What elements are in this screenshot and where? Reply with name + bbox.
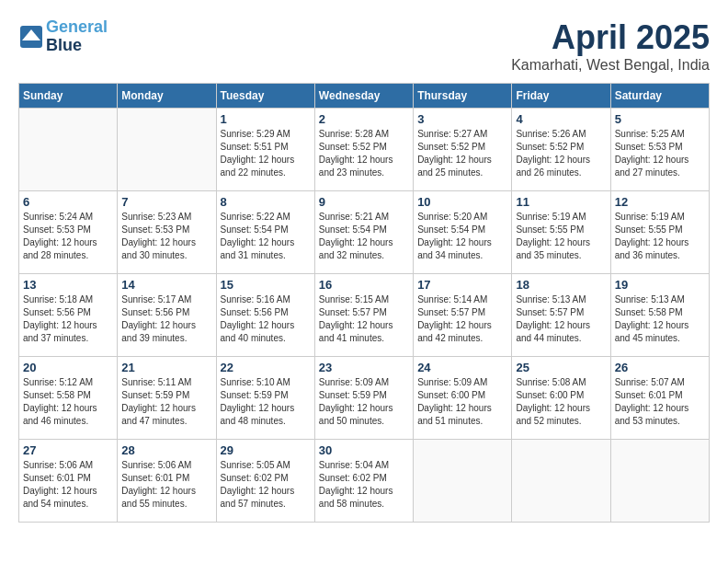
day-detail: Sunrise: 5:17 AMSunset: 5:56 PMDaylight:… [121, 293, 211, 345]
calendar-cell: 29 Sunrise: 5:05 AMSunset: 6:02 PMDaylig… [216, 440, 314, 523]
calendar-cell: 24 Sunrise: 5:09 AMSunset: 6:00 PMDaylig… [414, 357, 512, 440]
day-detail: Sunrise: 5:09 AMSunset: 6:00 PMDaylight:… [417, 376, 507, 428]
day-number: 22 [221, 361, 311, 374]
calendar-cell: 6 Sunrise: 5:24 AMSunset: 5:53 PMDayligh… [19, 191, 118, 274]
day-number: 3 [417, 112, 507, 126]
month-title: April 2025 [511, 18, 710, 57]
calendar-cell [414, 440, 512, 523]
day-number: 15 [221, 278, 311, 292]
calendar-cell: 13 Sunrise: 5:18 AMSunset: 5:56 PMDaylig… [19, 274, 118, 357]
day-detail: Sunrise: 5:12 AMSunset: 5:58 PMDaylight:… [23, 376, 113, 428]
calendar-cell: 21 Sunrise: 5:11 AMSunset: 5:59 PMDaylig… [118, 357, 216, 440]
day-detail: Sunrise: 5:09 AMSunset: 5:59 PMDaylight:… [319, 376, 409, 428]
day-number: 2 [319, 112, 409, 126]
logo: General Blue [18, 18, 108, 55]
day-number: 13 [23, 278, 113, 292]
calendar-cell: 20 Sunrise: 5:12 AMSunset: 5:58 PMDaylig… [19, 357, 118, 440]
day-number: 19 [615, 278, 705, 292]
day-detail: Sunrise: 5:08 AMSunset: 6:00 PMDaylight:… [516, 376, 606, 428]
calendar-week-row: 20 Sunrise: 5:12 AMSunset: 5:58 PMDaylig… [19, 357, 710, 440]
logo-icon [18, 24, 44, 50]
day-number: 23 [319, 361, 409, 374]
weekday-header: Tuesday [216, 84, 314, 109]
day-detail: Sunrise: 5:18 AMSunset: 5:56 PMDaylight:… [23, 293, 113, 345]
calendar-week-row: 6 Sunrise: 5:24 AMSunset: 5:53 PMDayligh… [19, 191, 710, 274]
calendar-cell: 19 Sunrise: 5:13 AMSunset: 5:58 PMDaylig… [610, 274, 709, 357]
weekday-header: Friday [512, 84, 610, 109]
calendar-cell: 30 Sunrise: 5:04 AMSunset: 6:02 PMDaylig… [314, 440, 413, 523]
weekday-header: Sunday [19, 84, 118, 109]
day-number: 7 [121, 195, 211, 209]
day-detail: Sunrise: 5:28 AMSunset: 5:52 PMDaylight:… [319, 128, 409, 179]
calendar-header-row: SundayMondayTuesdayWednesdayThursdayFrid… [19, 84, 710, 109]
title-area: April 2025 Kamarhati, West Bengal, India [511, 18, 710, 74]
calendar-cell: 5 Sunrise: 5:25 AMSunset: 5:53 PMDayligh… [610, 109, 709, 191]
day-number: 6 [23, 195, 113, 209]
day-number: 4 [516, 112, 606, 126]
day-number: 29 [221, 443, 311, 457]
day-detail: Sunrise: 5:13 AMSunset: 5:57 PMDaylight:… [516, 293, 606, 345]
day-detail: Sunrise: 5:15 AMSunset: 5:57 PMDaylight:… [319, 293, 409, 345]
day-number: 21 [121, 361, 211, 374]
calendar-week-row: 27 Sunrise: 5:06 AMSunset: 6:01 PMDaylig… [19, 440, 710, 523]
weekday-header: Thursday [414, 84, 512, 109]
calendar-cell: 9 Sunrise: 5:21 AMSunset: 5:54 PMDayligh… [314, 191, 413, 274]
weekday-header: Monday [118, 84, 216, 109]
day-number: 18 [516, 278, 606, 292]
logo-text: General Blue [46, 18, 108, 55]
day-detail: Sunrise: 5:10 AMSunset: 5:59 PMDaylight:… [221, 376, 311, 428]
calendar-cell: 14 Sunrise: 5:17 AMSunset: 5:56 PMDaylig… [118, 274, 216, 357]
day-detail: Sunrise: 5:29 AMSunset: 5:51 PMDaylight:… [221, 128, 311, 179]
weekday-header: Wednesday [314, 84, 413, 109]
day-detail: Sunrise: 5:07 AMSunset: 6:01 PMDaylight:… [615, 376, 705, 428]
day-number: 28 [121, 443, 211, 457]
calendar-cell [118, 109, 216, 191]
day-detail: Sunrise: 5:22 AMSunset: 5:54 PMDaylight:… [221, 211, 311, 262]
day-detail: Sunrise: 5:06 AMSunset: 6:01 PMDaylight:… [121, 459, 211, 511]
day-detail: Sunrise: 5:27 AMSunset: 5:52 PMDaylight:… [417, 128, 507, 179]
calendar-cell: 25 Sunrise: 5:08 AMSunset: 6:00 PMDaylig… [512, 357, 610, 440]
day-number: 14 [121, 278, 211, 292]
day-detail: Sunrise: 5:21 AMSunset: 5:54 PMDaylight:… [319, 211, 409, 262]
calendar-table: SundayMondayTuesdayWednesdayThursdayFrid… [18, 83, 710, 523]
calendar-cell [19, 109, 118, 191]
calendar-cell: 1 Sunrise: 5:29 AMSunset: 5:51 PMDayligh… [216, 109, 314, 191]
calendar-cell: 17 Sunrise: 5:14 AMSunset: 5:57 PMDaylig… [414, 274, 512, 357]
day-detail: Sunrise: 5:23 AMSunset: 5:53 PMDaylight:… [121, 211, 211, 262]
location-subtitle: Kamarhati, West Bengal, India [511, 57, 710, 74]
day-detail: Sunrise: 5:05 AMSunset: 6:02 PMDaylight:… [221, 459, 311, 511]
header: General Blue April 2025 Kamarhati, West … [18, 18, 710, 74]
day-number: 11 [516, 195, 606, 209]
day-number: 20 [23, 361, 113, 374]
day-number: 9 [319, 195, 409, 209]
calendar-cell: 22 Sunrise: 5:10 AMSunset: 5:59 PMDaylig… [216, 357, 314, 440]
day-detail: Sunrise: 5:14 AMSunset: 5:57 PMDaylight:… [417, 293, 507, 345]
day-number: 30 [319, 443, 409, 457]
calendar-cell: 27 Sunrise: 5:06 AMSunset: 6:01 PMDaylig… [19, 440, 118, 523]
day-number: 24 [417, 361, 507, 374]
calendar-cell: 4 Sunrise: 5:26 AMSunset: 5:52 PMDayligh… [512, 109, 610, 191]
calendar-cell: 28 Sunrise: 5:06 AMSunset: 6:01 PMDaylig… [118, 440, 216, 523]
day-number: 25 [516, 361, 606, 374]
day-detail: Sunrise: 5:11 AMSunset: 5:59 PMDaylight:… [121, 376, 211, 428]
day-number: 17 [417, 278, 507, 292]
calendar-cell: 7 Sunrise: 5:23 AMSunset: 5:53 PMDayligh… [118, 191, 216, 274]
day-detail: Sunrise: 5:24 AMSunset: 5:53 PMDaylight:… [23, 211, 113, 262]
calendar-cell [610, 440, 709, 523]
day-number: 26 [615, 361, 705, 374]
calendar-week-row: 1 Sunrise: 5:29 AMSunset: 5:51 PMDayligh… [19, 109, 710, 191]
calendar-cell: 16 Sunrise: 5:15 AMSunset: 5:57 PMDaylig… [314, 274, 413, 357]
day-number: 8 [221, 195, 311, 209]
day-number: 1 [221, 112, 311, 126]
calendar-cell: 8 Sunrise: 5:22 AMSunset: 5:54 PMDayligh… [216, 191, 314, 274]
calendar-cell: 26 Sunrise: 5:07 AMSunset: 6:01 PMDaylig… [610, 357, 709, 440]
calendar-cell [512, 440, 610, 523]
day-detail: Sunrise: 5:16 AMSunset: 5:56 PMDaylight:… [221, 293, 311, 345]
day-detail: Sunrise: 5:04 AMSunset: 6:02 PMDaylight:… [319, 459, 409, 511]
day-detail: Sunrise: 5:25 AMSunset: 5:53 PMDaylight:… [615, 128, 705, 179]
day-detail: Sunrise: 5:19 AMSunset: 5:55 PMDaylight:… [615, 211, 705, 262]
calendar-cell: 23 Sunrise: 5:09 AMSunset: 5:59 PMDaylig… [314, 357, 413, 440]
calendar-cell: 2 Sunrise: 5:28 AMSunset: 5:52 PMDayligh… [314, 109, 413, 191]
calendar-cell: 18 Sunrise: 5:13 AMSunset: 5:57 PMDaylig… [512, 274, 610, 357]
day-number: 27 [23, 443, 113, 457]
